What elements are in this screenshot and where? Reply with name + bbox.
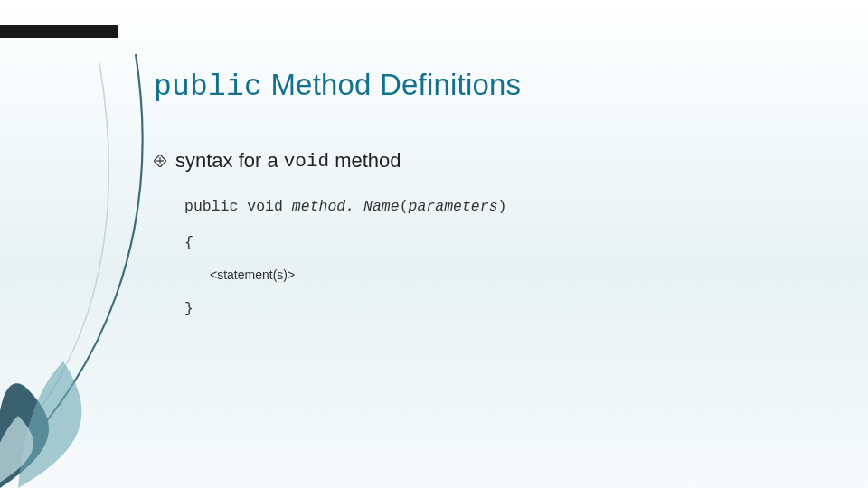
code-brace-close: } (184, 291, 787, 327)
code-paren-open: ( (400, 198, 409, 215)
code-sig-params: parameters (409, 198, 498, 215)
code-sig-name: method. Name (292, 198, 400, 215)
bullet-line: syntax for a void method (154, 149, 787, 173)
code-signature: public void method. Name(parameters) (184, 189, 787, 225)
accent-bar (0, 25, 118, 38)
slide: public Method Definitions syntax for a v… (0, 0, 868, 488)
bullet-diamond-icon (154, 155, 166, 167)
title-text: Method Definitions (262, 68, 521, 101)
bullet-keyword: void (284, 151, 329, 172)
bullet-text-pre: syntax for a (175, 149, 278, 173)
title-keyword: public (154, 70, 262, 104)
code-paren-close: ) (498, 198, 507, 215)
slide-content: syntax for a void method public void met… (154, 149, 787, 326)
code-sig-pre: public void (184, 198, 292, 215)
slide-title: public Method Definitions (154, 68, 521, 104)
code-brace-open: { (184, 225, 787, 261)
code-statement: <statement(s)> (184, 260, 787, 291)
bullet-text-post: method (335, 149, 401, 173)
code-block: public void method. Name(parameters) { <… (184, 189, 787, 326)
